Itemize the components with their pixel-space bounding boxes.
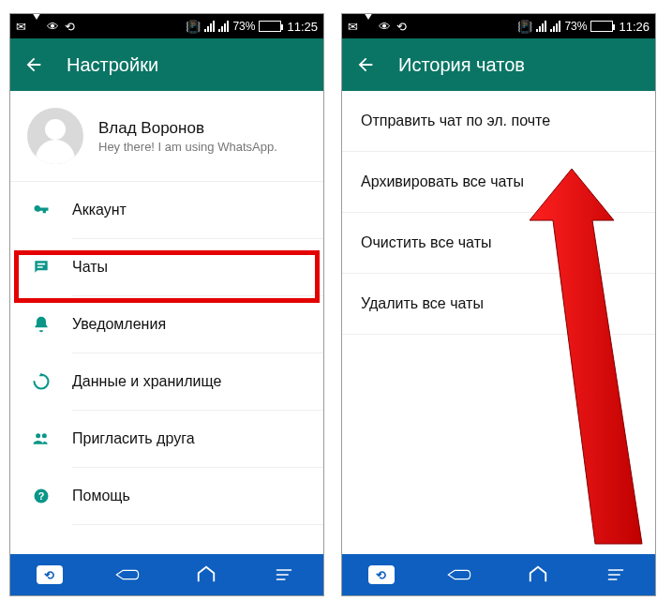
nav-bar: ⟲ <box>10 554 323 595</box>
people-icon <box>31 428 52 449</box>
history-item-archive[interactable]: Архивировать все чаты <box>342 152 655 212</box>
history-item-clear[interactable]: Очистить все чаты <box>342 213 655 273</box>
battery-icon <box>259 21 281 32</box>
signal-icon-1 <box>204 21 215 32</box>
battery-percent: 73% <box>564 20 587 33</box>
nav-bar: ⟲ <box>342 554 655 595</box>
chat-icon <box>31 257 52 278</box>
settings-item-label: Аккаунт <box>72 202 308 218</box>
key-icon <box>31 200 52 220</box>
battery-icon <box>590 21 613 32</box>
download-icon <box>32 20 41 33</box>
back-arrow-icon[interactable] <box>355 54 376 75</box>
settings-item-label: Уведомления <box>72 316 308 333</box>
settings-item-notifications[interactable]: Уведомления <box>10 296 323 353</box>
avatar <box>27 108 83 164</box>
profile-text: Влад Воронов Hey there! I am using Whats… <box>98 119 277 154</box>
profile-name: Влад Воронов <box>98 119 277 138</box>
status-bar: ✉ 👁 ⟲ 📳 73% 11:26 <box>342 14 655 38</box>
status-right-icons: 📳 73% 11:26 <box>517 20 650 34</box>
history-item-label: Архивировать все чаты <box>361 173 524 190</box>
settings-item-label: Данные и хранилище <box>72 373 308 390</box>
profile-row[interactable]: Влад Воронов Hey there! I am using Whats… <box>10 91 323 182</box>
phone-chat-history: ✉ 👁 ⟲ 📳 73% 11:26 История чатов <box>341 13 656 596</box>
back-arrow-icon[interactable] <box>23 54 44 75</box>
settings-item-chats[interactable]: Чаты <box>10 239 323 295</box>
nav-home-icon[interactable] <box>193 562 219 588</box>
settings-item-label: Пригласить друга <box>72 430 308 447</box>
settings-item-account[interactable]: Аккаунт <box>10 182 323 238</box>
history-item-email[interactable]: Отправить чат по эл. почте <box>342 91 655 151</box>
eye-icon: 👁 <box>47 21 59 33</box>
settings-item-storage[interactable]: Данные и хранилище <box>10 353 323 410</box>
nav-back-icon[interactable] <box>114 562 141 588</box>
mail-icon: ✉ <box>348 21 358 33</box>
vibrate-icon: 📳 <box>517 21 532 33</box>
teamviewer-icon[interactable]: ⟲ <box>368 562 395 588</box>
help-icon: ? <box>31 486 52 506</box>
phone-settings: ✉ 👁 ⟲ 📳 73% 11:25 Настройки <box>9 13 324 596</box>
vibrate-icon: 📳 <box>186 21 201 33</box>
sync-icon: ⟲ <box>65 21 75 33</box>
nav-home-icon[interactable] <box>525 562 551 588</box>
signal-icon-2 <box>218 21 229 32</box>
history-item-label: Удалить все чаты <box>361 295 484 312</box>
status-bar: ✉ 👁 ⟲ 📳 73% 11:25 <box>10 14 323 38</box>
divider <box>72 524 323 525</box>
nav-recent-icon[interactable] <box>603 562 629 588</box>
app-bar: Настройки <box>10 38 323 91</box>
page-title: История чатов <box>398 54 525 76</box>
settings-item-help[interactable]: ? Помощь <box>10 468 323 524</box>
history-item-label: Отправить чат по эл. почте <box>361 113 550 129</box>
download-icon <box>364 20 373 33</box>
status-left-icons: ✉ 👁 ⟲ <box>16 20 75 33</box>
svg-text:?: ? <box>38 490 45 502</box>
bell-icon <box>31 314 52 335</box>
profile-status: Hey there! I am using WhatsApp. <box>98 140 277 154</box>
settings-item-label: Помощь <box>72 488 308 504</box>
divider <box>342 334 655 335</box>
mail-icon: ✉ <box>16 21 26 33</box>
status-right-icons: 📳 73% 11:25 <box>186 20 318 34</box>
settings-content: Влад Воронов Hey there! I am using Whats… <box>10 91 323 554</box>
history-item-delete[interactable]: Удалить все чаты <box>342 274 655 334</box>
nav-recent-icon[interactable] <box>271 562 297 588</box>
history-content: Отправить чат по эл. почте Архивировать … <box>342 91 655 554</box>
clock: 11:26 <box>619 20 650 34</box>
signal-icon-1 <box>536 21 546 32</box>
settings-list: Аккаунт Чаты Уведомления <box>10 182 323 525</box>
app-bar: История чатов <box>342 38 655 91</box>
data-icon <box>31 371 52 392</box>
nav-back-icon[interactable] <box>446 562 472 588</box>
settings-item-label: Чаты <box>72 259 308 276</box>
eye-icon: 👁 <box>379 21 391 33</box>
battery-percent: 73% <box>232 20 255 33</box>
teamviewer-icon[interactable]: ⟲ <box>37 562 63 588</box>
history-item-label: Очистить все чаты <box>361 234 491 251</box>
settings-item-invite[interactable]: Пригласить друга <box>10 411 323 467</box>
page-title: Настройки <box>67 54 158 76</box>
status-left-icons: ✉ 👁 ⟲ <box>348 20 407 33</box>
clock: 11:25 <box>287 20 318 34</box>
sync-icon: ⟲ <box>396 21 407 33</box>
signal-icon-2 <box>550 21 560 32</box>
